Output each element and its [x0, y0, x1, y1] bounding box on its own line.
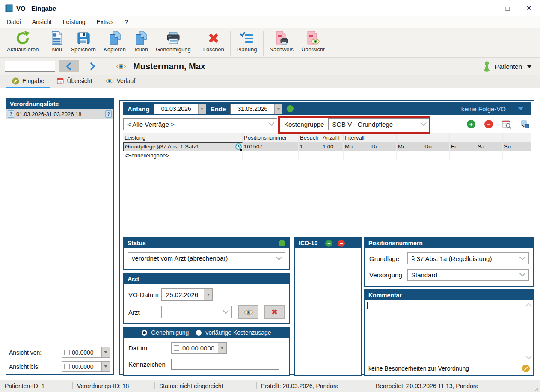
scroll-down-icon[interactable]	[525, 353, 532, 360]
remove-icd-button[interactable]: −	[338, 240, 345, 247]
toolbar-separator	[263, 31, 264, 56]
dropdown-button[interactable]	[204, 289, 212, 300]
table-cell[interactable]	[450, 151, 476, 160]
table-cell[interactable]: Sa	[476, 142, 503, 151]
view-to-field[interactable]: 00.0000	[62, 361, 110, 372]
status-select[interactable]: verordnet vom Arzt (abrechenbar)	[128, 252, 285, 264]
grundlage-select[interactable]: § 37 Abs. 1a (Regelleistung)	[407, 252, 529, 264]
previous-patient-button[interactable]	[59, 60, 79, 72]
kostengruppe-value: SGB V - Grundpflege	[332, 121, 393, 128]
kommentar-textarea[interactable]: keine Besonderheiten zur Verordnung	[365, 300, 533, 375]
calendar-search-button[interactable]	[502, 120, 512, 129]
folge-vo-dropdown[interactable]: keine Folge-VO	[461, 105, 524, 113]
toolbar-approval-button[interactable]: Genehmigung	[152, 30, 195, 53]
table-cell[interactable]	[423, 151, 450, 160]
genehmigung-radio[interactable]	[142, 330, 147, 336]
view-to-checkbox[interactable]	[64, 364, 70, 369]
versorgung-select[interactable]: Standard	[407, 269, 529, 281]
status-value: verordnet vom Arzt (abrechenbar)	[132, 255, 228, 262]
show-arzt-button[interactable]	[238, 305, 258, 319]
toolbar-planning-button[interactable]: Planung	[233, 30, 261, 53]
ende-date-field[interactable]: 31.03.2026	[230, 104, 282, 114]
maximize-button[interactable]: □	[497, 0, 518, 16]
toolbar-copy-button[interactable]: Kopieren	[100, 30, 130, 53]
table-row[interactable]: Grundpflege §37 Abs. 1 Satz110150711:00M…	[123, 142, 531, 151]
eye-icon[interactable]	[116, 63, 126, 70]
icd10-list[interactable]	[295, 248, 361, 375]
kostenzusage-radio[interactable]	[196, 330, 202, 336]
table-cell[interactable]: 1	[299, 142, 321, 151]
table-cell[interactable]	[299, 151, 321, 160]
minimize-button[interactable]: –	[475, 0, 497, 16]
add-icd-button[interactable]: +	[325, 240, 332, 247]
vo-datum-field[interactable]: 25.02.2026	[161, 288, 213, 301]
table-cell[interactable]	[476, 151, 503, 160]
table-cell[interactable]: Fr	[450, 142, 476, 151]
menu-item-leistung[interactable]: Leistung	[57, 16, 91, 28]
table-cell[interactable]	[397, 151, 423, 160]
resize-grip[interactable]	[534, 387, 539, 392]
table-cell[interactable]: So	[503, 142, 529, 151]
dropdown-button[interactable]	[274, 104, 282, 114]
toolbar-new-button[interactable]: Neu	[47, 30, 67, 53]
menu-item-extras[interactable]: Extras	[91, 16, 119, 28]
menu-item-ansicht[interactable]: Ansicht	[27, 16, 57, 28]
menu-item-help[interactable]: ?	[119, 16, 134, 28]
dropdown-button[interactable]	[218, 343, 226, 353]
tab-eingabe[interactable]: Eingabe	[6, 75, 50, 88]
table-cell[interactable]	[370, 151, 397, 160]
toolbar-refresh-button[interactable]: Aktualisieren	[3, 30, 42, 53]
table-cell[interactable]: <Schnelleingabe>	[123, 151, 243, 160]
table-cell[interactable]: 1:00	[321, 142, 344, 151]
anfang-date-value: 01.03.2026	[154, 104, 198, 114]
view-from-checkbox[interactable]	[64, 350, 70, 355]
next-patient-button[interactable]	[83, 60, 102, 72]
table-cell[interactable]: Grundpflege §37 Abs. 1 Satz1	[123, 142, 243, 151]
edit-note-icon[interactable]	[522, 365, 530, 372]
patients-dropdown[interactable]: Patienten	[483, 61, 532, 72]
prescription-list-item[interactable]: ?01.03.2026-31.03.2026 18?	[6, 109, 113, 119]
clear-arzt-button[interactable]: ✖	[264, 305, 285, 319]
dropdown-button[interactable]	[101, 347, 110, 357]
add-row-button[interactable]: +	[467, 120, 475, 128]
document-eye-icon	[306, 30, 320, 46]
table-column-header: Intervall	[344, 133, 370, 142]
tab-uebersicht[interactable]: Übersicht	[50, 75, 98, 88]
table-cell[interactable]: Di	[370, 142, 397, 151]
table-cell[interactable]: Do	[423, 142, 450, 151]
contract-filter-select[interactable]: < Alle Verträge >	[123, 118, 277, 130]
anfang-date-field[interactable]: 01.03.2026	[154, 104, 206, 114]
kostengruppe-select[interactable]: SGB V - Grundpflege	[328, 118, 430, 130]
table-cell[interactable]	[503, 151, 529, 160]
table-cell[interactable]: Mo	[344, 142, 370, 151]
scroll-up-icon[interactable]	[525, 303, 532, 310]
toolbar-delete-button[interactable]: Löschen	[199, 30, 228, 53]
table-cell[interactable]	[321, 151, 344, 160]
toolbar-save-button[interactable]: Speichern	[67, 30, 100, 53]
dropdown-button[interactable]	[198, 104, 206, 114]
copy-move-button[interactable]	[521, 120, 530, 129]
remove-row-button[interactable]: −	[484, 120, 493, 128]
toolbar-separator	[45, 31, 45, 56]
menu-item-datei[interactable]: Datei	[1, 16, 27, 28]
table-cell[interactable]: 101507	[243, 142, 299, 151]
table-cell[interactable]: Mi	[397, 142, 423, 151]
prescription-item-label: 01.03.2026-31.03.2026 18	[16, 111, 82, 117]
genehmigung-datum-field[interactable]: 00.00.0000	[171, 342, 227, 354]
close-button[interactable]: ✕	[518, 0, 540, 16]
toolbar-proof-button[interactable]: Nachweis	[266, 30, 297, 53]
datum-checkbox[interactable]	[174, 345, 179, 351]
search-input[interactable]	[5, 61, 55, 72]
table-cell[interactable]	[243, 151, 299, 160]
tab-verlauf[interactable]: Verlauf	[99, 75, 142, 88]
kennzeichen-input[interactable]	[171, 359, 279, 370]
toolbar-planning-label: Planung	[237, 46, 257, 53]
arzt-select[interactable]	[161, 306, 232, 318]
table-cell[interactable]	[344, 151, 370, 160]
table-row[interactable]: <Schnelleingabe>	[123, 151, 531, 160]
toolbar-share-button[interactable]: Teilen	[130, 30, 152, 53]
toolbar-overview-button[interactable]: Übersicht	[297, 30, 329, 53]
status-bar-segment: Bearbeitet: 20.03.2026 11:13, Pandora	[371, 382, 478, 389]
dropdown-button[interactable]	[101, 362, 110, 371]
view-from-field[interactable]: 00.0000	[62, 347, 110, 358]
